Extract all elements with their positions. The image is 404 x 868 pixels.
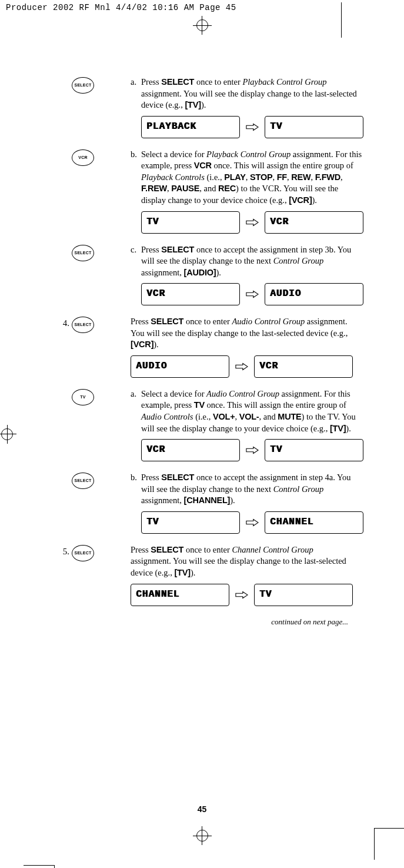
step-text: b.Press SELECT once to accept the assign… (101, 472, 363, 534)
substep-letter: c. (131, 244, 141, 279)
arrow-right-icon (246, 290, 259, 298)
lcd-display-from: VCR (141, 439, 240, 461)
crop-mark (24, 865, 55, 866)
lcd-display-to: TV (254, 584, 353, 606)
lcd-transition: PLAYBACKTV (141, 116, 363, 138)
lcd-transition: VCRTV (141, 439, 363, 461)
button-icon-col: SELECT (72, 244, 101, 261)
step-number (53, 149, 72, 150)
button-icon-col: SELECT (72, 472, 101, 489)
lcd-display-from: CHANNEL (131, 584, 229, 606)
lcd-display-to: TV (265, 116, 363, 138)
registration-mark-bottom (196, 830, 208, 842)
registration-mark-left (1, 428, 13, 440)
step-number (53, 77, 72, 78)
lcd-transition: CHANNELTV (131, 584, 354, 606)
step-number (53, 472, 72, 473)
instruction-step: 5.SELECTPress SELECT once to enter Chann… (53, 544, 354, 606)
substep-letter: a. (131, 77, 141, 111)
step-number (53, 244, 72, 245)
step-text: Press SELECT once to enter Audio Control… (101, 316, 354, 378)
select-button-icon: SELECT (72, 245, 94, 261)
instruction-step: 4.SELECTPress SELECT once to enter Audio… (53, 316, 354, 378)
lcd-transition: VCRAUDIO (141, 283, 363, 305)
instruction-step: SELECTa.Press SELECT once to enter Playb… (53, 77, 354, 138)
select-button-icon: SELECT (72, 545, 94, 561)
button-icon-col: TV (72, 388, 101, 405)
lcd-transition: TVVCR (141, 211, 363, 234)
arrow-right-icon (246, 123, 259, 131)
instruction-step: SELECTc.Press SELECT once to accept the … (53, 244, 354, 306)
step-body: Select a device for Playback Control Gro… (141, 149, 363, 207)
lcd-display-from: VCR (141, 283, 240, 305)
lcd-display-from: TV (141, 511, 240, 534)
step-text: c.Press SELECT once to accept the assign… (101, 244, 363, 306)
button-icon-col: VCR (72, 149, 101, 166)
page-number: 45 (0, 804, 404, 815)
registration-mark-top (196, 19, 208, 31)
select-button-icon: SELECT (72, 317, 94, 333)
lcd-display-to: TV (265, 439, 363, 461)
step-body: Press SELECT once to accept the assignme… (141, 472, 363, 507)
substep-letter: b. (131, 149, 141, 207)
step-body: Press SELECT once to accept the assignme… (141, 244, 363, 279)
crop-mark (374, 828, 375, 860)
step-text: Press SELECT once to enter Channel Contr… (101, 544, 354, 606)
step-number: 5. (53, 544, 72, 557)
select-button-icon: SELECT (72, 77, 94, 94)
lcd-display-to: AUDIO (265, 283, 363, 305)
lcd-display-from: PLAYBACK (141, 116, 240, 138)
step-number: 4. (53, 316, 72, 329)
lcd-display-from: TV (141, 211, 240, 234)
substep-letter: a. (131, 388, 141, 434)
substep-letter: b. (131, 472, 141, 507)
page-content: SELECTa.Press SELECT once to enter Playb… (53, 77, 354, 627)
step-body: Press SELECT once to enter Playback Cont… (141, 77, 363, 111)
arrow-right-icon (246, 218, 259, 227)
step-text: a.Select a device for Audio Control Grou… (101, 388, 363, 461)
vcr-button-icon: VCR (72, 149, 94, 166)
lcd-transition: TVCHANNEL (141, 511, 363, 534)
lcd-display-to: VCR (254, 355, 353, 378)
arrow-right-icon (246, 518, 259, 527)
button-icon-col: SELECT (72, 316, 101, 333)
tv-button-icon: TV (72, 389, 94, 405)
instruction-step: TVa.Select a device for Audio Control Gr… (53, 388, 354, 461)
continued-note: continued on next page... (53, 617, 354, 627)
step-text: b.Select a device for Playback Control G… (101, 149, 363, 234)
button-icon-col: SELECT (72, 544, 101, 561)
lcd-display-from: AUDIO (131, 355, 229, 378)
crop-mark (341, 2, 342, 38)
lcd-transition: AUDIOVCR (131, 355, 354, 378)
step-body: Press SELECT once to enter Audio Control… (131, 316, 354, 351)
arrow-right-icon (235, 363, 248, 371)
button-icon-col: SELECT (72, 77, 101, 94)
arrow-right-icon (246, 446, 259, 454)
step-body: Press SELECT once to enter Channel Contr… (131, 544, 354, 579)
step-text: a.Press SELECT once to enter Playback Co… (101, 77, 363, 138)
step-body: Select a device for Audio Control Group … (141, 388, 363, 434)
select-button-icon: SELECT (72, 473, 94, 489)
instruction-step: VCRb.Select a device for Playback Contro… (53, 149, 354, 234)
instruction-step: SELECTb.Press SELECT once to accept the … (53, 472, 354, 534)
print-header: Producer 2002 RF Mnl 4/4/02 10:16 AM Pag… (6, 2, 236, 14)
lcd-display-to: CHANNEL (265, 511, 363, 534)
step-number (53, 388, 72, 390)
lcd-display-to: VCR (265, 211, 363, 234)
arrow-right-icon (235, 591, 248, 599)
